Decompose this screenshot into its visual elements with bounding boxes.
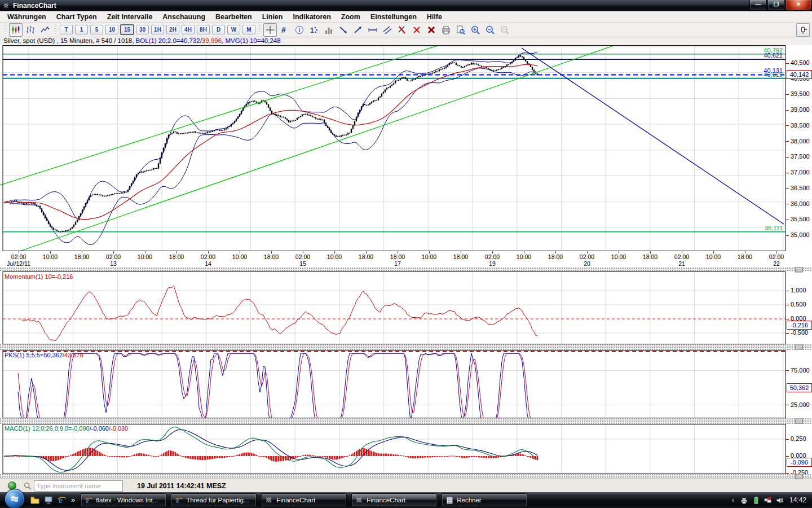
interval-8h-button[interactable]: 8H (197, 25, 210, 34)
volume-histogram-button[interactable] (322, 23, 336, 37)
search-icon (23, 481, 32, 491)
ohlc-bar-chart-button[interactable] (24, 23, 37, 37)
menu-anschauung[interactable]: Anschauung (157, 12, 210, 22)
taskbar-button-label: Rechner (457, 497, 481, 503)
axis-tick-label: 1,000 (791, 287, 806, 294)
axis-tick (786, 333, 789, 334)
menu-indikatoren[interactable]: Indikatoren (288, 12, 336, 22)
toolbar-grip[interactable] (259, 25, 261, 35)
close-button[interactable]: ✕ (785, 0, 811, 11)
taskbar-button-thread-f-r-papiertig-[interactable]: eThread für Papiertig... (171, 493, 257, 507)
panel-splitter-handle[interactable] (795, 474, 803, 479)
interval-t-button[interactable]: T (60, 25, 73, 34)
axis-tick (786, 305, 789, 305)
financechart-icon (355, 496, 364, 505)
panel-splitter-handle[interactable] (795, 267, 803, 272)
menu-hilfe[interactable]: Hilfe (422, 12, 447, 22)
interval-1-button[interactable]: 1 (75, 25, 88, 34)
line-chart-button[interactable] (38, 23, 52, 37)
interval-5-button[interactable]: 5 (90, 25, 103, 34)
axis-tick (786, 370, 789, 371)
axis-tick (786, 220, 789, 220)
zoom-out-button[interactable] (483, 23, 497, 37)
menu-chart-typen[interactable]: Chart Typen (51, 12, 102, 22)
taskbar-button-financechart[interactable]: FinanceChart (261, 493, 347, 507)
menu-linien[interactable]: Linien (257, 12, 288, 22)
axis-tick (786, 125, 789, 126)
data-labels-button[interactable]: 1 (307, 23, 321, 37)
interval-30-button[interactable]: 30 (136, 25, 149, 34)
panel-splitter-handle[interactable] (795, 419, 803, 424)
printer-tray-icon[interactable] (740, 496, 748, 505)
menu-zoom[interactable]: Zoom (336, 12, 365, 22)
instrument-search-input[interactable] (34, 480, 123, 492)
interval-m-button[interactable]: M (242, 25, 255, 34)
menu-w-hrungen[interactable]: Währungen (2, 12, 51, 22)
interval-d-button[interactable]: D (212, 25, 225, 34)
grid-button[interactable]: # (278, 23, 292, 37)
horizontal-line-button[interactable] (366, 23, 379, 37)
trend-line-down-button[interactable] (337, 23, 350, 37)
taskbar-button-flatex-windows-int-[interactable]: eflatex - Windows Int... (81, 493, 166, 507)
momentum-value-box: -0,216 (787, 321, 812, 330)
panel-splitter-handle[interactable] (795, 345, 803, 350)
interval-w-button[interactable]: W (227, 25, 240, 34)
info-button[interactable]: i (293, 23, 306, 37)
delete-all-button[interactable] (425, 23, 438, 37)
main-price-chart[interactable]: 40,79240,62140,13140,01935,111 (0, 45, 812, 251)
interval-1h-button[interactable]: 1H (151, 25, 164, 34)
print-preview-button[interactable] (454, 23, 467, 37)
panel-splitter[interactable] (0, 418, 812, 424)
interval-2h-button[interactable]: 2H (166, 25, 179, 34)
volume-tray-icon[interactable] (775, 496, 784, 505)
start-flag-icon (10, 494, 20, 504)
delete-selected-button[interactable] (410, 23, 423, 37)
dock-panel-button[interactable] (796, 23, 810, 37)
pks-canvas[interactable] (0, 350, 812, 418)
folder-quicklaunch-button[interactable] (29, 494, 41, 506)
interval-4h-button[interactable]: 4H (182, 25, 195, 34)
show-desktop-quicklaunch-button[interactable] (42, 494, 55, 506)
remove-line-button[interactable] (395, 23, 409, 37)
trend-channel-button[interactable] (381, 23, 394, 37)
candlestick-chart-button[interactable] (9, 23, 23, 37)
print-button[interactable] (439, 23, 453, 37)
trend-line-up-button[interactable] (351, 23, 365, 37)
internet-explorer-icon: e (85, 496, 93, 505)
pks-panel[interactable] (0, 350, 812, 418)
taskbar-button-financechart[interactable]: FinanceChart (351, 493, 437, 507)
panel-splitter[interactable] (0, 474, 812, 478)
menu-einstellungen[interactable]: Einstellungen (365, 12, 422, 22)
main-chart-canvas[interactable] (0, 45, 812, 251)
panel-splitter[interactable] (0, 344, 812, 350)
panel-splitter[interactable] (0, 268, 812, 271)
financechart-icon (355, 496, 364, 505)
menu-bearbeiten[interactable]: Bearbeiten (210, 12, 257, 22)
axis-tick-label: 39,000 (791, 106, 810, 113)
restore-button[interactable]: ❐ (767, 0, 785, 11)
momentum-canvas[interactable] (0, 271, 812, 344)
minimize-button[interactable]: — (749, 0, 767, 11)
toolbar-grip[interactable] (5, 25, 6, 35)
quick-launch-overflow-chevron[interactable]: » (71, 496, 75, 504)
crosshair-button[interactable] (263, 23, 277, 37)
title-bar: FinanceChart —❐✕ (0, 0, 812, 11)
momentum-panel[interactable] (0, 271, 812, 344)
taskbar-button-rechner[interactable]: Rechner (442, 493, 527, 507)
clock: 14:42 (789, 496, 806, 504)
start-button[interactable] (5, 489, 25, 508)
tray-chevron[interactable]: ‹ (732, 496, 734, 504)
tray-icons (738, 496, 785, 505)
zoom-in-button[interactable] (469, 23, 482, 37)
interval-15-button[interactable]: 15 (120, 24, 134, 35)
toolbar-grip[interactable] (55, 25, 56, 35)
internet-explorer-quicklaunch-button[interactable]: e (56, 494, 68, 506)
time-tick-label: 02:00 (580, 253, 594, 260)
printer-icon (740, 496, 748, 505)
network-error-tray-icon[interactable] (764, 496, 772, 505)
interval-10-button[interactable]: 10 (105, 25, 118, 34)
search-icon (23, 481, 32, 491)
battery-tray-icon[interactable] (752, 496, 760, 505)
menu-zeit-intervalle[interactable]: Zeit Intervalle (102, 12, 158, 22)
axis-tick (786, 319, 789, 319)
